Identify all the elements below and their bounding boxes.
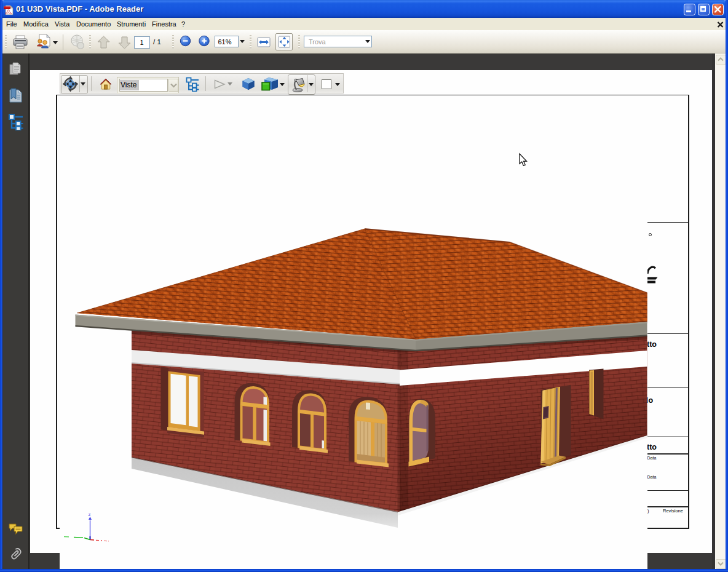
svg-text:z: z xyxy=(89,512,91,517)
